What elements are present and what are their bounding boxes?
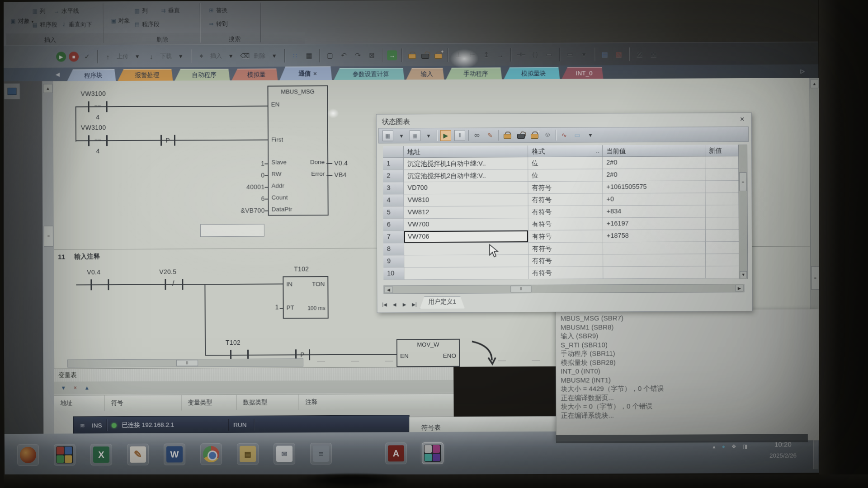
address-tag-icon[interactable]: ▭ (572, 130, 582, 140)
cell-format[interactable]: 有符号 (528, 193, 603, 206)
pulse-contact[interactable]: P (296, 351, 309, 358)
table-row[interactable]: 7 VW706 有符号 +18758 (383, 230, 743, 243)
scroll-right-icon[interactable]: ▶ (735, 285, 743, 291)
taskbar-app-tools[interactable]: ≡ (310, 443, 332, 465)
table-row[interactable]: 6 VW700 有符号 +16197 (383, 217, 743, 231)
scroll-thumb[interactable]: ≡ (739, 172, 746, 191)
contact-operand[interactable]: V20.5 (159, 268, 176, 275)
ribbon-replace[interactable]: ⊞替换 (208, 6, 228, 14)
cell-new[interactable] (705, 156, 743, 169)
table-vscrollbar[interactable]: ≡ ▼ (738, 145, 748, 279)
variable-table-titlebar[interactable]: 变量表 (54, 367, 453, 382)
cell-current[interactable]: 2#0 (603, 169, 705, 181)
taskbar-app-word[interactable]: W (164, 443, 185, 465)
clear-icon[interactable]: ⊠ (366, 50, 377, 61)
unforce-icon[interactable] (517, 131, 524, 139)
ribbon-delete-column[interactable]: ▥列 (134, 7, 148, 15)
pin-value[interactable]: 40001 (238, 183, 264, 191)
pou-icon[interactable]: ∷ (289, 50, 301, 61)
selection-icon[interactable]: ▢ (324, 50, 335, 61)
chevron-down-icon[interactable]: ▾ (396, 131, 406, 141)
close-icon[interactable]: × (738, 115, 747, 124)
network-comment[interactable]: 输入注释 (74, 253, 100, 261)
chevron-down-icon[interactable]: ▾ (132, 51, 143, 62)
left-scrollbar[interactable]: ▲ ≡ (42, 81, 54, 435)
table-row[interactable]: 8 有符号 (383, 242, 743, 255)
new-chart-icon[interactable]: ▦ (382, 130, 393, 141)
lock-add-icon[interactable]: + (434, 52, 441, 59)
pause-monitor-button[interactable]: ‖ (454, 130, 465, 141)
pin-value[interactable]: 0 (238, 172, 264, 179)
delete-label[interactable]: 删除 (254, 52, 265, 60)
tray-expand-icon[interactable]: ▴ (713, 443, 716, 450)
ribbon-insert-segment[interactable]: ▤程序段 (32, 21, 57, 29)
taskbar-app-mail[interactable]: ✉ (274, 443, 295, 465)
taskbar-app-notes[interactable]: ✎ (127, 444, 149, 465)
stop-button[interactable]: ■ (69, 52, 79, 61)
run-button[interactable]: ▶ (56, 52, 66, 62)
table-row[interactable]: 1 沉淀池搅拌机1自动中继:V.. 位 2#0 (383, 156, 743, 170)
taskbar-app-chrome[interactable] (200, 443, 222, 465)
cell-current[interactable]: +834 (603, 205, 706, 218)
ribbon-delete-segment[interactable]: ▤程序段 (134, 20, 160, 28)
col-current-value[interactable]: 当前值 (603, 145, 705, 157)
download-label[interactable]: 下载 (160, 52, 172, 61)
upload-label[interactable]: 上传 (117, 52, 128, 61)
ribbon-insert-vdown[interactable]: ⇃垂直向下 (61, 20, 92, 28)
tray-volume-icon[interactable]: ❖ (731, 443, 736, 450)
project-tree-icon-tile[interactable] (4, 83, 20, 99)
doc-icon[interactable]: ▨ (634, 48, 645, 60)
tab-scroll-right[interactable]: ▷ (797, 66, 807, 76)
timer-name[interactable]: T102 (294, 265, 309, 272)
address-toggle-icon[interactable]: ▭ (564, 49, 576, 60)
cell-current[interactable]: +1061505575 (603, 181, 705, 193)
first-sheet-icon[interactable]: |◀ (380, 300, 389, 309)
tray-network-icon[interactable]: ● (722, 443, 725, 450)
col-var-type[interactable]: 变量类型 (181, 395, 236, 411)
contact-icon[interactable]: ⊣⊢ (515, 49, 527, 61)
scroll-thumb[interactable]: ⦀ (176, 360, 198, 366)
cell-new[interactable] (706, 217, 743, 230)
scroll-left-icon[interactable]: ◀ (384, 286, 392, 293)
tab-communication[interactable]: 通信× (279, 66, 332, 80)
col-comment[interactable]: 注释 (299, 394, 453, 410)
contact-operand[interactable]: VW3100 (81, 124, 106, 131)
delete-chart-icon[interactable]: ▦ (410, 130, 420, 141)
last-sheet-icon[interactable]: ▶| (410, 300, 419, 309)
table-row[interactable]: 10 有符号 (383, 266, 743, 280)
cell-new[interactable] (706, 205, 743, 217)
col-address[interactable]: 地址 (54, 395, 104, 411)
force-all-icon[interactable]: + (531, 131, 538, 139)
taskbar-app-mcgs[interactable] (422, 442, 443, 464)
col-symbol[interactable]: 符号 (104, 395, 181, 411)
write-all-icon[interactable]: ✎ (485, 130, 495, 140)
taskbar-app-pdf[interactable]: A (385, 442, 407, 464)
cell-new[interactable] (706, 193, 743, 205)
scroll-up-icon[interactable]: ▲ (43, 84, 52, 93)
table-hscrollbar[interactable]: ◀ ⦀ ▶ (383, 284, 744, 294)
cell-address[interactable]: VD700 (404, 182, 528, 194)
tab-alarm[interactable]: 报警处理 (118, 69, 173, 81)
tab-analog-block[interactable]: 模拟量块 (504, 67, 560, 80)
cell-format[interactable]: 有符号 (528, 218, 603, 230)
cell-current[interactable]: +16197 (603, 217, 706, 230)
force-icon[interactable] (504, 131, 510, 139)
output-operand[interactable]: VB4 (334, 171, 346, 178)
cell-address-selected[interactable]: VW706 (404, 230, 528, 243)
tab-parameter-calc[interactable]: 参数设置计算 (334, 68, 404, 80)
download-icon[interactable]: ↓ (146, 51, 157, 62)
pulse-contact[interactable]: P (161, 137, 174, 144)
cell-new[interactable] (705, 181, 743, 193)
mbus-msg-box[interactable]: MBUS_MSG EN First Slave RW Addr Count Da… (267, 85, 328, 216)
chevron-down-icon[interactable]: ▾ (424, 131, 434, 141)
pin-value[interactable]: 1 (238, 160, 264, 167)
branch-up-icon[interactable]: ↥ (481, 49, 492, 61)
start-monitor-button[interactable]: ▶ (440, 130, 451, 141)
pin-value[interactable]: &VB700 (233, 207, 265, 214)
taskbar-app-scada[interactable] (54, 444, 75, 465)
contact-operand[interactable]: T102 (226, 339, 241, 346)
cell-address[interactable]: VW810 (404, 194, 528, 206)
cell-current[interactable] (603, 254, 706, 267)
ton-timer-box[interactable]: IN TON PT 100 ms (283, 276, 328, 319)
cell-new[interactable] (705, 169, 743, 181)
